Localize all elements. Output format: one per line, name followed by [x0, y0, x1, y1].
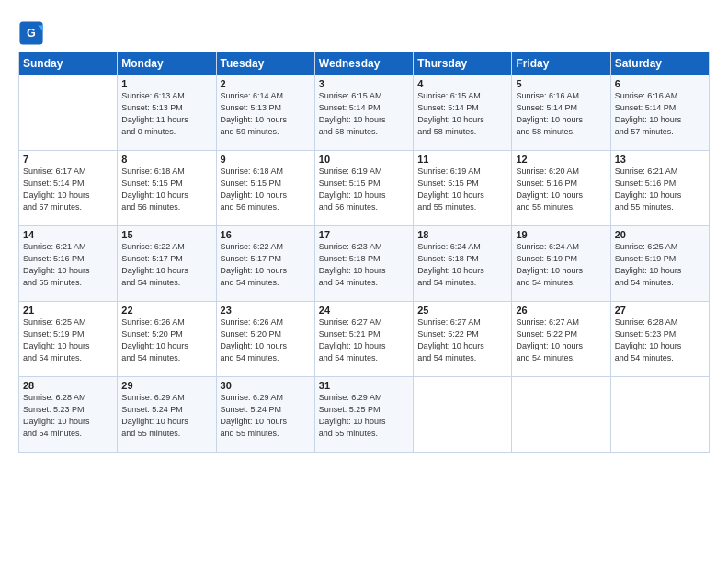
calendar-table: SundayMondayTuesdayWednesdayThursdayFrid…: [18, 52, 710, 453]
weekday-header-tuesday: Tuesday: [216, 52, 314, 75]
day-number: 6: [615, 78, 705, 89]
day-number: 31: [319, 380, 409, 391]
day-info: Sunrise: 6:25 AM Sunset: 5:19 PM Dayligh…: [615, 241, 705, 289]
week-row-1: 1Sunrise: 6:13 AM Sunset: 5:13 PM Daylig…: [19, 75, 710, 151]
weekday-header-row: SundayMondayTuesdayWednesdayThursdayFrid…: [19, 52, 710, 75]
day-info: Sunrise: 6:26 AM Sunset: 5:20 PM Dayligh…: [221, 316, 311, 364]
day-number: 10: [319, 154, 409, 165]
weekday-header-wednesday: Wednesday: [314, 52, 413, 75]
day-number: 11: [417, 154, 507, 165]
day-number: 12: [516, 154, 606, 165]
calendar-cell: 11Sunrise: 6:19 AM Sunset: 5:15 PM Dayli…: [414, 151, 512, 226]
day-info: Sunrise: 6:14 AM Sunset: 5:13 PM Dayligh…: [221, 90, 311, 138]
day-info: Sunrise: 6:26 AM Sunset: 5:20 PM Dayligh…: [121, 316, 211, 364]
week-row-2: 7Sunrise: 6:17 AM Sunset: 5:14 PM Daylig…: [19, 151, 710, 226]
calendar-cell: 5Sunrise: 6:16 AM Sunset: 5:14 PM Daylig…: [512, 75, 610, 151]
calendar-cell: 28Sunrise: 6:28 AM Sunset: 5:23 PM Dayli…: [19, 377, 118, 453]
calendar-cell: [512, 377, 610, 453]
header: G: [18, 17, 710, 46]
day-number: 14: [23, 229, 113, 240]
calendar-cell: 19Sunrise: 6:24 AM Sunset: 5:19 PM Dayli…: [512, 226, 610, 302]
calendar-cell: 8Sunrise: 6:18 AM Sunset: 5:15 PM Daylig…: [118, 151, 216, 226]
calendar-cell: 20Sunrise: 6:25 AM Sunset: 5:19 PM Dayli…: [610, 226, 709, 302]
calendar-cell: 10Sunrise: 6:19 AM Sunset: 5:15 PM Dayli…: [314, 151, 413, 226]
calendar-cell: 31Sunrise: 6:29 AM Sunset: 5:25 PM Dayli…: [314, 377, 413, 453]
day-number: 4: [417, 78, 507, 89]
day-number: 22: [121, 304, 211, 316]
calendar-cell: 30Sunrise: 6:29 AM Sunset: 5:24 PM Dayli…: [216, 377, 314, 453]
calendar-cell: 9Sunrise: 6:18 AM Sunset: 5:15 PM Daylig…: [216, 151, 314, 226]
day-info: Sunrise: 6:18 AM Sunset: 5:15 PM Dayligh…: [221, 166, 311, 213]
calendar-cell: 22Sunrise: 6:26 AM Sunset: 5:20 PM Dayli…: [118, 302, 216, 377]
day-number: 26: [516, 304, 606, 316]
calendar-cell: 24Sunrise: 6:27 AM Sunset: 5:21 PM Dayli…: [314, 302, 413, 377]
calendar-cell: 25Sunrise: 6:27 AM Sunset: 5:22 PM Dayli…: [414, 302, 512, 377]
day-number: 15: [121, 229, 211, 240]
day-number: 1: [121, 78, 211, 89]
day-number: 27: [615, 304, 705, 316]
day-number: 30: [221, 380, 311, 391]
day-info: Sunrise: 6:16 AM Sunset: 5:14 PM Dayligh…: [516, 90, 606, 138]
day-number: 9: [221, 154, 311, 165]
day-info: Sunrise: 6:18 AM Sunset: 5:15 PM Dayligh…: [121, 166, 211, 213]
day-info: Sunrise: 6:29 AM Sunset: 5:24 PM Dayligh…: [221, 392, 311, 440]
calendar-cell: 21Sunrise: 6:25 AM Sunset: 5:19 PM Dayli…: [19, 302, 118, 377]
day-number: 19: [516, 229, 606, 240]
day-info: Sunrise: 6:24 AM Sunset: 5:18 PM Dayligh…: [417, 241, 507, 289]
svg-text:G: G: [27, 27, 36, 40]
day-info: Sunrise: 6:25 AM Sunset: 5:19 PM Dayligh…: [23, 316, 113, 364]
day-number: 21: [23, 304, 113, 316]
day-number: 20: [615, 229, 705, 240]
calendar-cell: 18Sunrise: 6:24 AM Sunset: 5:18 PM Dayli…: [414, 226, 512, 302]
day-info: Sunrise: 6:17 AM Sunset: 5:14 PM Dayligh…: [23, 166, 113, 213]
week-row-4: 21Sunrise: 6:25 AM Sunset: 5:19 PM Dayli…: [19, 302, 710, 377]
logo-icon: G: [18, 20, 44, 46]
day-info: Sunrise: 6:15 AM Sunset: 5:14 PM Dayligh…: [417, 90, 507, 138]
calendar-cell: 27Sunrise: 6:28 AM Sunset: 5:23 PM Dayli…: [610, 302, 709, 377]
day-info: Sunrise: 6:27 AM Sunset: 5:22 PM Dayligh…: [516, 316, 606, 364]
calendar-cell: 3Sunrise: 6:15 AM Sunset: 5:14 PM Daylig…: [314, 75, 413, 151]
day-info: Sunrise: 6:21 AM Sunset: 5:16 PM Dayligh…: [23, 241, 113, 289]
calendar-cell: 4Sunrise: 6:15 AM Sunset: 5:14 PM Daylig…: [414, 75, 512, 151]
day-number: 17: [319, 229, 409, 240]
weekday-header-saturday: Saturday: [610, 52, 709, 75]
weekday-header-thursday: Thursday: [414, 52, 512, 75]
day-info: Sunrise: 6:21 AM Sunset: 5:16 PM Dayligh…: [615, 166, 705, 213]
page: G SundayMondayTuesdayWednesdayThursdayFr…: [0, 0, 728, 563]
day-number: 13: [615, 154, 705, 165]
day-number: 23: [221, 304, 311, 316]
day-info: Sunrise: 6:27 AM Sunset: 5:22 PM Dayligh…: [417, 316, 507, 364]
day-info: Sunrise: 6:15 AM Sunset: 5:14 PM Dayligh…: [319, 90, 409, 138]
day-info: Sunrise: 6:23 AM Sunset: 5:18 PM Dayligh…: [319, 241, 409, 289]
day-info: Sunrise: 6:27 AM Sunset: 5:21 PM Dayligh…: [319, 316, 409, 364]
calendar-cell: 2Sunrise: 6:14 AM Sunset: 5:13 PM Daylig…: [216, 75, 314, 151]
calendar-cell: [610, 377, 709, 453]
logo: G: [18, 20, 48, 46]
day-number: 18: [417, 229, 507, 240]
calendar-cell: 7Sunrise: 6:17 AM Sunset: 5:14 PM Daylig…: [19, 151, 118, 226]
calendar-cell: [414, 377, 512, 453]
calendar-cell: 29Sunrise: 6:29 AM Sunset: 5:24 PM Dayli…: [118, 377, 216, 453]
calendar-cell: 1Sunrise: 6:13 AM Sunset: 5:13 PM Daylig…: [118, 75, 216, 151]
day-number: 25: [417, 304, 507, 316]
calendar-cell: 17Sunrise: 6:23 AM Sunset: 5:18 PM Dayli…: [314, 226, 413, 302]
week-row-3: 14Sunrise: 6:21 AM Sunset: 5:16 PM Dayli…: [19, 226, 710, 302]
calendar-cell: 13Sunrise: 6:21 AM Sunset: 5:16 PM Dayli…: [610, 151, 709, 226]
calendar-cell: 15Sunrise: 6:22 AM Sunset: 5:17 PM Dayli…: [118, 226, 216, 302]
weekday-header-friday: Friday: [512, 52, 610, 75]
day-info: Sunrise: 6:20 AM Sunset: 5:16 PM Dayligh…: [516, 166, 606, 213]
day-info: Sunrise: 6:29 AM Sunset: 5:25 PM Dayligh…: [319, 392, 409, 440]
day-number: 3: [319, 78, 409, 89]
day-info: Sunrise: 6:19 AM Sunset: 5:15 PM Dayligh…: [417, 166, 507, 213]
calendar-cell: 12Sunrise: 6:20 AM Sunset: 5:16 PM Dayli…: [512, 151, 610, 226]
weekday-header-monday: Monday: [118, 52, 216, 75]
calendar-cell: 6Sunrise: 6:16 AM Sunset: 5:14 PM Daylig…: [610, 75, 709, 151]
week-row-5: 28Sunrise: 6:28 AM Sunset: 5:23 PM Dayli…: [19, 377, 710, 453]
calendar-cell: 14Sunrise: 6:21 AM Sunset: 5:16 PM Dayli…: [19, 226, 118, 302]
day-number: 8: [121, 154, 211, 165]
day-info: Sunrise: 6:22 AM Sunset: 5:17 PM Dayligh…: [121, 241, 211, 289]
day-number: 16: [221, 229, 311, 240]
day-number: 5: [516, 78, 606, 89]
calendar-cell: [19, 75, 118, 151]
day-info: Sunrise: 6:24 AM Sunset: 5:19 PM Dayligh…: [516, 241, 606, 289]
